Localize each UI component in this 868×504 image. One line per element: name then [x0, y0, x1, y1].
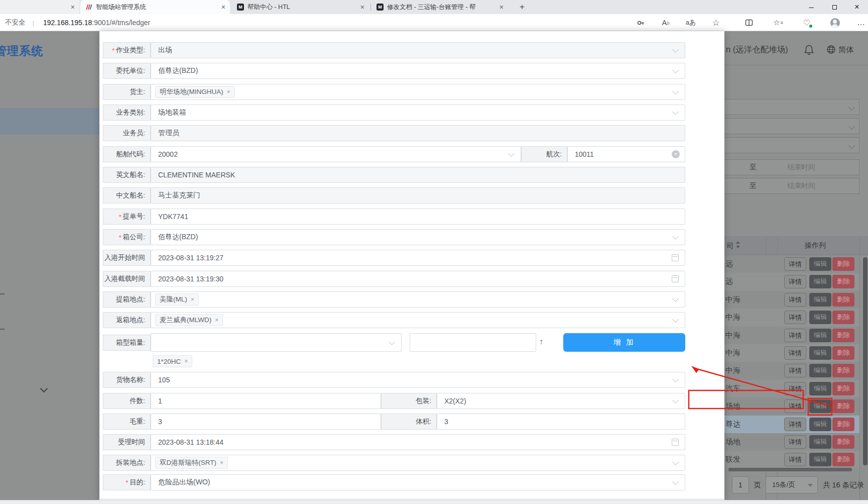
delete-button[interactable]: 删除: [832, 435, 854, 449]
detail-button[interactable]: 详情: [784, 329, 806, 342]
favorites-bar-icon[interactable]: ☆≡: [771, 14, 786, 31]
sidebar-active-item[interactable]: [0, 108, 99, 135]
password-key-icon[interactable]: [633, 14, 648, 31]
field-package[interactable]: X2(X2): [437, 393, 685, 409]
field-vessel-name-en[interactable]: CLEMENTINE MAERSK: [151, 167, 685, 183]
sort-icon[interactable]: [736, 241, 740, 248]
field-voyage[interactable]: 10011×: [567, 146, 685, 162]
browser-tab-active[interactable]: 智能场站管理系统 ×: [80, 0, 230, 14]
delete-button[interactable]: 删除: [832, 399, 854, 413]
pagination-page-input[interactable]: 1: [732, 476, 749, 493]
more-menu-icon[interactable]: …: [853, 14, 868, 31]
table-row[interactable]: 中海详情编辑删除: [724, 327, 859, 345]
tag-close-icon[interactable]: ×: [220, 459, 223, 466]
chevron-down-icon[interactable]: [508, 150, 515, 157]
detail-button[interactable]: 详情: [784, 399, 806, 413]
page-vertical-scrollbar[interactable]: [863, 257, 867, 465]
chevron-down-icon[interactable]: [672, 316, 679, 323]
edit-button[interactable]: 编辑: [809, 364, 831, 377]
table-horizontal-scrollbar[interactable]: [728, 468, 852, 471]
delete-button[interactable]: 删除: [832, 311, 854, 324]
detail-button[interactable]: 详情: [784, 275, 806, 288]
field-gross-weight[interactable]: 3: [151, 414, 381, 430]
tab-close-icon[interactable]: ×: [495, 3, 508, 11]
window-minimize-button[interactable]: ─: [800, 0, 822, 14]
split-screen-icon[interactable]: [741, 14, 757, 31]
detail-button[interactable]: 详情: [784, 435, 806, 449]
tag-close-icon[interactable]: ×: [215, 317, 218, 324]
edit-button[interactable]: 编辑: [809, 311, 831, 324]
browser-essentials-icon[interactable]: ♡: [799, 14, 814, 31]
tab-close-icon[interactable]: ×: [217, 3, 230, 11]
tag-close-icon[interactable]: ×: [191, 296, 194, 303]
page-horizontal-scrollbar[interactable]: [0, 500, 868, 504]
detail-button[interactable]: 详情: [784, 418, 806, 431]
pagination-size-select[interactable]: 15条/页: [766, 476, 818, 493]
calendar-icon[interactable]: [672, 275, 679, 282]
window-close-button[interactable]: ×: [846, 0, 868, 14]
language-switch[interactable]: 简体: [838, 45, 854, 55]
chevron-down-icon[interactable]: [672, 46, 679, 53]
chevron-down-icon[interactable]: [672, 459, 679, 465]
delete-button[interactable]: 删除: [832, 418, 854, 431]
background-search-field[interactable]: [724, 137, 859, 153]
table-row[interactable]: 尊达详情编辑删除: [724, 416, 859, 434]
profile-avatar[interactable]: [827, 14, 842, 31]
edit-button[interactable]: 编辑: [809, 453, 831, 466]
window-maximize-button[interactable]: [823, 0, 845, 14]
field-job-type[interactable]: 出场: [151, 42, 685, 58]
chevron-down-icon[interactable]: [672, 376, 679, 382]
chevron-down-icon[interactable]: [672, 109, 679, 115]
table-row[interactable]: 汽车详情编辑删除: [724, 380, 859, 398]
delete-button[interactable]: 删除: [832, 257, 854, 271]
browser-tab-0[interactable]: ×: [0, 0, 79, 14]
detail-button[interactable]: 详情: [784, 453, 806, 466]
clear-icon[interactable]: ×: [672, 150, 680, 158]
table-row[interactable]: 中海详情编辑删除: [724, 344, 859, 362]
field-operator[interactable]: 管理员: [151, 125, 685, 141]
delete-button[interactable]: 删除: [832, 346, 854, 360]
table-row[interactable]: 场地详情编辑删除: [724, 433, 859, 451]
field-container-company[interactable]: 佰尊达(BZD): [151, 229, 685, 245]
chevron-down-icon[interactable]: [672, 397, 679, 404]
sidebar-collapse-chevron-icon[interactable]: [40, 385, 48, 393]
delete-button[interactable]: 删除: [832, 364, 854, 377]
field-accept-time[interactable]: 2023-08-31 13:18:44: [151, 434, 685, 450]
table-row[interactable]: 中海详情编辑删除: [724, 309, 859, 327]
delete-button[interactable]: 删除: [832, 275, 854, 288]
field-port-entry-start[interactable]: 2023-08-31 13:19:27: [151, 250, 685, 266]
edit-button[interactable]: 编辑: [809, 399, 831, 413]
browser-tab-2[interactable]: M 帮助中心 - HTL ×: [232, 0, 369, 14]
field-piece-count[interactable]: 1: [151, 393, 381, 409]
field-purpose[interactable]: 危险品出场(WO): [151, 474, 685, 490]
detail-button[interactable]: 详情: [784, 382, 806, 395]
field-pickup-location[interactable]: 美隆(ML)×: [151, 291, 685, 308]
background-date-range[interactable]: 至 结束时间: [724, 178, 859, 194]
field-bl-number[interactable]: YDK7741: [151, 209, 685, 225]
new-tab-button[interactable]: +: [516, 1, 528, 13]
column-header-partial[interactable]: 司: [726, 241, 740, 251]
chevron-down-icon[interactable]: [672, 67, 679, 73]
tag-close-icon[interactable]: ×: [184, 358, 188, 365]
table-row[interactable]: 远详情编辑删除: [724, 255, 859, 273]
read-aloud-icon[interactable]: A)): [658, 14, 673, 31]
edit-button[interactable]: 编辑: [809, 329, 831, 342]
language-globe-icon[interactable]: [826, 45, 836, 54]
detail-button[interactable]: 详情: [784, 364, 806, 377]
tab-close-icon[interactable]: ×: [66, 3, 79, 11]
edit-button[interactable]: 编辑: [809, 382, 831, 395]
address-bar[interactable]: 192.168.195.18:9001/#/tms/ledger: [43, 14, 150, 31]
field-unpack-location[interactable]: 双D港斯瑞特(SRT)×: [151, 455, 685, 471]
field-vessel-code[interactable]: 20002: [151, 146, 521, 162]
background-search-field[interactable]: [724, 118, 859, 134]
detail-button[interactable]: 详情: [784, 311, 806, 324]
delete-button[interactable]: 删除: [832, 453, 854, 466]
tab-close-icon[interactable]: ×: [356, 3, 369, 11]
field-port-entry-cutoff[interactable]: 2023-08-31 13:19:30: [151, 271, 685, 287]
browser-tab-3[interactable]: M 修改文档 - 三运输-台账管理 - 帮 ×: [371, 0, 508, 14]
table-row[interactable]: 场地详情编辑删除: [724, 397, 859, 416]
add-box-button[interactable]: 增 加: [563, 333, 685, 352]
field-cargo-name[interactable]: 105: [151, 372, 685, 388]
chevron-down-icon[interactable]: [672, 478, 679, 485]
background-date-range[interactable]: 至 结束时间: [724, 159, 859, 175]
